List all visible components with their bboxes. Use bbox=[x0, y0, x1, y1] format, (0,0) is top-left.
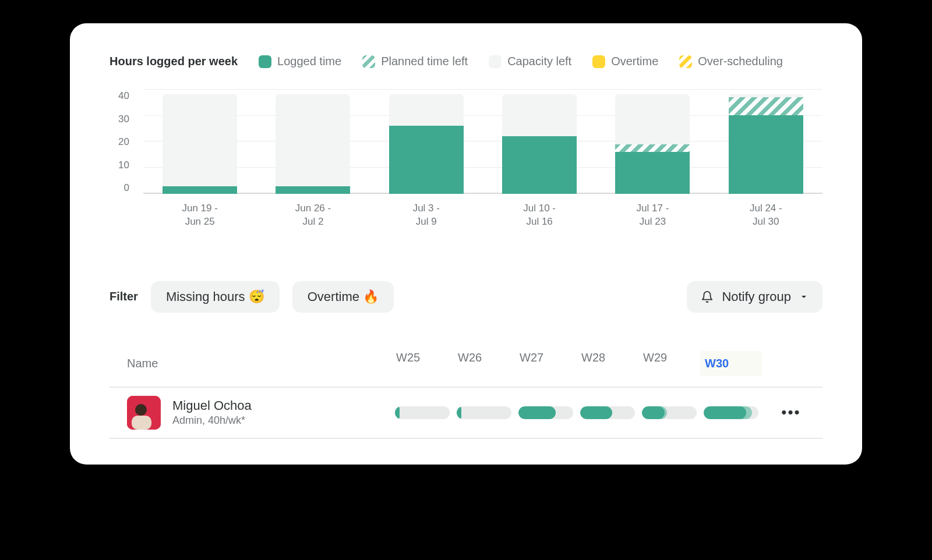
swatch-capacity-icon bbox=[489, 55, 502, 68]
table-row: Miguel Ochoa Admin, 40h/wk* ••• bbox=[110, 388, 822, 439]
td-name: Miguel Ochoa Admin, 40h/wk* bbox=[112, 396, 391, 430]
td-week bbox=[577, 406, 638, 419]
progress-pill[interactable] bbox=[580, 406, 635, 419]
svg-rect-2 bbox=[132, 416, 151, 430]
ytick: 30 bbox=[110, 114, 129, 125]
xtick: Jun 26 -Jul 2 bbox=[276, 202, 350, 229]
td-week bbox=[453, 406, 515, 419]
th-weeks: W25W26W27W28W29W30 bbox=[391, 351, 762, 376]
chart-plot bbox=[143, 89, 822, 194]
bar-column[interactable] bbox=[389, 89, 464, 194]
swatch-logged-icon bbox=[259, 55, 271, 68]
legend-capacity-label: Capacity left bbox=[507, 55, 571, 68]
legend-logged: Logged time bbox=[259, 55, 341, 68]
filter-chip-missing-hours[interactable]: Missing hours 😴 bbox=[151, 281, 280, 313]
xtick: Jul 10 -Jul 16 bbox=[502, 202, 577, 229]
user-name: Miguel Ochoa bbox=[172, 398, 252, 413]
ytick: 40 bbox=[110, 90, 129, 102]
ytick: 10 bbox=[110, 160, 129, 171]
legend-planned-label: Planned time left bbox=[381, 55, 468, 68]
th-week[interactable]: W29 bbox=[638, 351, 700, 376]
user-role: Admin, 40h/wk* bbox=[172, 414, 252, 427]
swatch-oversched-icon bbox=[679, 55, 692, 68]
progress-pill[interactable] bbox=[704, 406, 758, 419]
progress-pill[interactable] bbox=[395, 406, 450, 419]
filter-chip-overtime[interactable]: Overtime 🔥 bbox=[292, 281, 394, 313]
th-week[interactable]: W26 bbox=[453, 351, 515, 376]
filter-chip-overtime-label: Overtime 🔥 bbox=[308, 289, 379, 304]
row-actions-button[interactable]: ••• bbox=[781, 403, 800, 421]
notify-group-button[interactable]: Notify group bbox=[687, 281, 822, 313]
swatch-overtime-icon bbox=[592, 55, 605, 68]
td-week bbox=[638, 406, 700, 419]
th-week[interactable]: W28 bbox=[577, 351, 638, 376]
th-week[interactable]: W30 bbox=[700, 351, 762, 376]
xtick: Jul 24 -Jul 30 bbox=[729, 202, 803, 229]
xtick: Jun 19 -Jun 25 bbox=[163, 202, 237, 229]
bar-column[interactable] bbox=[163, 89, 237, 194]
chevron-down-icon bbox=[799, 292, 809, 302]
legend-overtime: Overtime bbox=[592, 55, 658, 68]
bell-icon bbox=[701, 290, 714, 303]
legend-oversched-label: Over-scheduling bbox=[698, 55, 783, 68]
td-week bbox=[515, 406, 577, 419]
swatch-planned-icon bbox=[362, 55, 375, 68]
legend-logged-label: Logged time bbox=[277, 55, 341, 68]
team-table: Name W25W26W27W28W29W30 Miguel Ochoa Adm… bbox=[110, 351, 822, 439]
chart-title: Hours logged per week bbox=[110, 55, 238, 68]
chart-bars bbox=[143, 89, 822, 194]
filter-row: Filter Missing hours 😴 Overtime 🔥 Notify… bbox=[110, 281, 822, 313]
bar-column[interactable] bbox=[276, 89, 350, 194]
xtick: Jul 17 -Jul 23 bbox=[615, 202, 690, 229]
chart-header: Hours logged per week Logged time Planne… bbox=[110, 55, 822, 68]
chart-yaxis: 403020100 bbox=[110, 89, 129, 194]
table-body: Miguel Ochoa Admin, 40h/wk* ••• bbox=[110, 388, 822, 439]
ytick: 20 bbox=[110, 136, 129, 148]
xtick: Jul 3 -Jul 9 bbox=[389, 202, 464, 229]
bar-column[interactable] bbox=[729, 89, 803, 194]
svg-point-1 bbox=[135, 404, 147, 416]
avatar[interactable] bbox=[127, 396, 161, 430]
filter-chip-missing-label: Missing hours 😴 bbox=[166, 289, 264, 304]
legend-planned: Planned time left bbox=[362, 55, 468, 68]
legend-capacity: Capacity left bbox=[489, 55, 571, 68]
ytick: 0 bbox=[110, 182, 129, 194]
chart: 403020100 bbox=[110, 89, 822, 194]
bar-column[interactable] bbox=[615, 89, 690, 194]
filter-label: Filter bbox=[110, 290, 138, 303]
progress-pill[interactable] bbox=[642, 406, 697, 419]
dashboard-card: Hours logged per week Logged time Planne… bbox=[70, 23, 862, 465]
th-week[interactable]: W25 bbox=[391, 351, 453, 376]
legend-overtime-label: Overtime bbox=[611, 55, 658, 68]
bar-column[interactable] bbox=[502, 89, 577, 194]
td-week bbox=[391, 406, 453, 419]
legend-oversched: Over-scheduling bbox=[679, 55, 783, 68]
td-week bbox=[700, 406, 762, 419]
notify-group-label: Notify group bbox=[722, 289, 791, 304]
table-header: Name W25W26W27W28W29W30 bbox=[110, 351, 822, 388]
th-name: Name bbox=[112, 357, 391, 370]
th-week[interactable]: W27 bbox=[515, 351, 577, 376]
progress-pill[interactable] bbox=[457, 406, 511, 419]
chart-xaxis: Jun 19 -Jun 25Jun 26 -Jul 2Jul 3 -Jul 9J… bbox=[143, 202, 822, 229]
progress-pill[interactable] bbox=[518, 406, 573, 419]
